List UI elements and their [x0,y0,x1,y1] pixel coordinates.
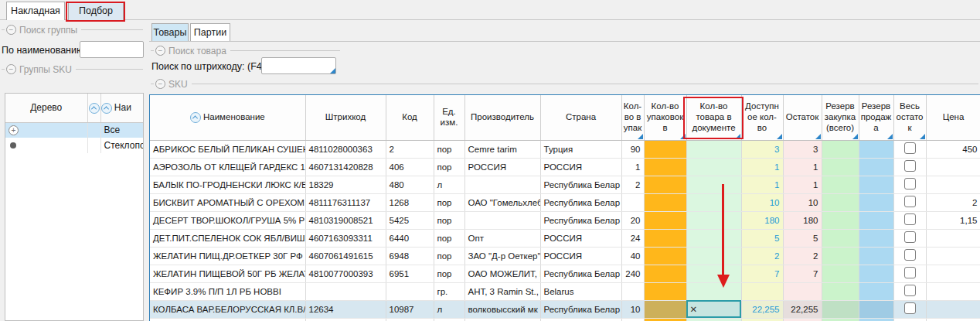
cell-unit[interactable]: пор [434,229,464,247]
cell-unit[interactable]: л [434,176,464,193]
cell-reserve_purchase[interactable] [822,265,859,282]
whole-stock-checkbox[interactable] [904,213,916,225]
cell-unit[interactable]: пор [434,211,464,229]
table-row[interactable]: ДЕСЕРТ ТВОР.ШОКОЛ/ГРУША 5% Р481031900852… [150,211,980,229]
cell-available[interactable]: 1 [741,158,783,176]
cell-reserve_purchase[interactable] [822,176,859,193]
cell-code[interactable] [386,282,434,300]
cell-available[interactable]: 5 [741,229,783,247]
col-header-rezerv-prodazha[interactable]: Резерв продажа [859,95,893,140]
cell-reserve_sale[interactable] [859,211,893,229]
cell-whole_stock[interactable] [893,229,926,247]
table-row[interactable]: ЖЕЛАТИН ПИЩЕВОЙ 50Г РБ ЖЕЛАТ481007700039… [150,265,980,282]
cell-country[interactable]: Республика Белар [540,265,621,282]
col-header-kod[interactable]: Код [386,95,434,140]
name-filter-input[interactable] [80,41,144,58]
cell-name[interactable]: АБРИКОС БЕЛЫЙ ПЕЛИКАН СУШЕН [150,140,305,158]
col-header-kol-vo-tovara-v-dokumente[interactable]: Кол-во товара в документе [686,95,741,140]
col-header-tsena[interactable]: Цена [926,95,980,140]
whole-stock-checkbox[interactable] [904,231,916,243]
cell-price[interactable] [926,176,980,193]
cell-unit[interactable]: пор [434,247,464,265]
cell-available[interactable]: 1 [741,176,783,193]
cell-country[interactable]: РОССИЯ [540,229,621,247]
cell-stock[interactable]: 5 [783,229,822,247]
cell-barcode[interactable] [305,282,386,300]
cell-qty_packs[interactable] [644,176,686,193]
table-row[interactable]: ЖЕЛАТИН ПИЩ.ДР.ОЕТКЕР 30Г РФ Б4607061491… [150,247,980,265]
tree-row-steklopo[interactable]: Стеклопо [5,138,144,153]
cell-barcode[interactable]: 18329 [305,176,386,193]
cell-qty_packs[interactable] [644,282,686,300]
cell-qty_in_doc[interactable] [686,176,741,193]
cell-unit[interactable]: пор [434,193,464,211]
cell-unit[interactable]: пор [434,140,464,158]
cell-price[interactable] [926,265,980,282]
cell-qty_in_doc[interactable] [686,211,741,229]
collapse-icon[interactable]: − [155,46,165,56]
col-header-kol-vo-upakovok[interactable]: Кол-во упаковок в [644,95,686,140]
whole-stock-checkbox[interactable] [904,178,916,190]
cell-manufacturer[interactable] [464,211,540,229]
cell-manufacturer[interactable]: РОССИЯ [464,158,540,176]
cell-reserve_purchase[interactable] [822,211,859,229]
whole-stock-checkbox[interactable] [904,142,916,154]
cell-price[interactable] [926,282,980,300]
cell-name[interactable]: БАЛЫК ПО-ГРОДНЕНСКИ ЛЮКС К/Б [150,176,305,193]
cell-qty_per_pack[interactable]: 20 [621,211,644,229]
cell-qty_in_doc[interactable] [686,265,741,282]
tree-col-derevo[interactable]: Дерево [5,94,87,122]
barcode-search-input[interactable] [261,57,336,74]
cell-whole_stock[interactable] [893,282,926,300]
cell-country[interactable]: Республика Белар [540,300,621,318]
cell-manufacturer[interactable]: ОАО "Гомельхлеб [464,193,540,211]
cell-qty_packs[interactable] [644,158,686,176]
collapse-icon[interactable]: − [155,79,165,89]
cell-reserve_sale[interactable] [859,229,893,247]
cell-name[interactable]: ДЕСЕРТ ТВОР.ШОКОЛ/ГРУША 5% Р [150,211,305,229]
cell-manufacturer[interactable]: Cemre tarim [464,140,540,158]
cell-stock[interactable]: 10 [783,193,822,211]
cell-name[interactable]: ЖЕЛАТИН ПИЩЕВОЙ 50Г РБ ЖЕЛАТ [150,265,305,282]
col-header-ed-izm[interactable]: Ед. изм. [434,95,464,140]
cell-price[interactable]: 450 [926,140,980,158]
col-header-rezerv-zakupka[interactable]: Резерв закупка (всего) [822,95,859,140]
cell-country[interactable]: Республика Белар [540,211,621,229]
whole-stock-checkbox[interactable] [904,196,916,207]
table-row[interactable]: ДЕТ.ПИТ.СПЕЛЕНОК СОК ЯБЛ/ВИШН46071630933… [150,229,980,247]
cell-whole_stock[interactable] [893,265,926,282]
cell-price[interactable] [926,158,980,176]
cell-available[interactable]: 2 [741,247,783,265]
cell-name[interactable]: КОЛБАСА ВАР.БЕЛОРУССКАЯ КЛ.В/С [150,300,305,318]
tab-tovary[interactable]: Товары [151,23,189,42]
cell-name[interactable]: БИСКВИТ АРОМАТНЫЙ С ОРЕХОМ [150,193,305,211]
tree-sort-header[interactable] [87,94,100,122]
expand-plus-icon[interactable]: + [9,125,19,135]
cell-barcode[interactable]: 4607163093311 [305,229,386,247]
table-row[interactable]: БАЛЫК ПО-ГРОДНЕНСКИ ЛЮКС К/Б18329480лРес… [150,176,980,193]
col-header-naimenovanie[interactable]: Наименование [150,95,305,140]
cell-name[interactable]: КЕФИР 3.9% П/П 1Л РБ HOBBI [150,282,305,300]
cell-price[interactable] [926,229,980,247]
cell-qty_per_pack[interactable]: 2 [621,176,644,193]
cell-name[interactable]: ЖЕЛАТИН ПИЩ.ДР.ОЕТКЕР 30Г РФ Б [150,247,305,265]
cell-country[interactable]: РОССИЯ [540,158,621,176]
cell-qty_in_doc[interactable] [686,282,741,300]
cell-available[interactable]: 3 [741,140,783,158]
cell-qty_per_pack[interactable]: 40 [621,247,644,265]
cell-reserve_sale[interactable] [859,265,893,282]
cell-qty_in_doc[interactable] [686,247,741,265]
cell-reserve_sale[interactable] [859,176,893,193]
cell-qty_in_doc[interactable] [686,229,741,247]
cell-barcode[interactable]: 4607131420828 [305,158,386,176]
collapse-icon[interactable]: − [6,64,16,74]
col-header-ves-ostatok[interactable]: Весь остаток [893,95,926,140]
whole-stock-checkbox[interactable] [904,249,916,261]
cell-qty_packs[interactable] [644,265,686,282]
cell-stock[interactable]: 2 [783,247,822,265]
cell-country[interactable]: РОССИЯ [540,247,621,265]
cell-qty_packs[interactable] [644,229,686,247]
cell-stock[interactable]: 7 [783,265,822,282]
cell-whole_stock[interactable] [893,193,926,211]
cell-qty_per_pack[interactable]: 24 [621,229,644,247]
